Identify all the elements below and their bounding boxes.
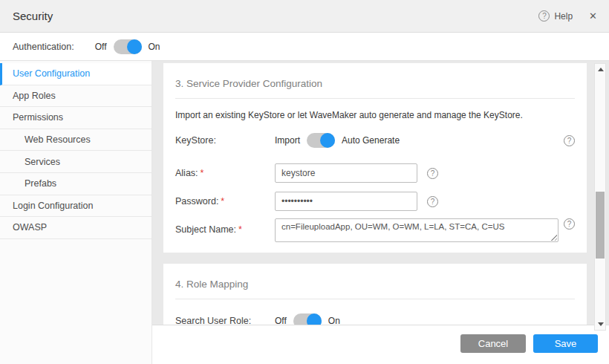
alias-row: Alias:* ?: [175, 163, 575, 183]
alias-help-icon[interactable]: ?: [427, 168, 438, 179]
alias-label: Alias:*: [175, 168, 275, 178]
help-button[interactable]: ? Help: [538, 10, 573, 22]
search-user-role-toggle[interactable]: [293, 313, 322, 325]
sidebar-item-permissions[interactable]: Permissions: [0, 107, 152, 129]
alias-input[interactable]: [275, 163, 417, 183]
keystore-toggle-knob: [320, 133, 335, 148]
search-user-role-row: Search User Role: Off On: [175, 313, 575, 325]
authentication-row: Authentication: Off On: [0, 33, 609, 61]
search-user-role-on-label: On: [328, 316, 340, 325]
keystore-description: Import an existing KeyStore or let WaveM…: [175, 110, 575, 120]
sidebar-item-prefabs[interactable]: Prefabs: [0, 173, 152, 195]
role-mapping-section: 4. Role Mapping Search User Role: Off On: [163, 264, 587, 325]
help-icon: ?: [538, 10, 550, 22]
password-label: Password:*: [175, 196, 275, 207]
close-icon[interactable]: ✕: [589, 10, 597, 22]
action-footer: Cancel Save: [152, 325, 609, 364]
subject-name-help-icon[interactable]: ?: [564, 218, 575, 230]
subject-name-row: Subject Name:* cn=FileuploadApp, OU=WM, …: [175, 218, 575, 242]
section-title: 3. Service Provider Configuration: [175, 74, 575, 99]
required-asterisk: *: [238, 224, 242, 235]
service-provider-configuration-section: 3. Service Provider Configuration Import…: [163, 63, 587, 253]
subject-name-textarea[interactable]: cn=FileuploadApp, OU=WM, O=WM, L=LA, ST=…: [275, 218, 558, 242]
authentication-label: Authentication:: [13, 42, 74, 52]
password-input[interactable]: [275, 192, 417, 211]
section-title: 4. Role Mapping: [175, 274, 575, 299]
search-user-role-label: Search User Role:: [175, 316, 275, 325]
authentication-on-label: On: [149, 42, 160, 52]
security-dialog: Security ? Help ✕ Authentication: Off On…: [0, 0, 609, 364]
vertical-scrollbar[interactable]: [594, 63, 606, 331]
scrollbar-down-icon[interactable]: [598, 322, 604, 326]
save-button[interactable]: Save: [533, 334, 598, 353]
sidebar-item-services[interactable]: Services: [0, 151, 152, 173]
keystore-auto-generate-label: Auto Generate: [342, 135, 400, 146]
subject-name-label: Subject Name:*: [175, 218, 275, 235]
sidebar-item-user-configuration[interactable]: User Configuration: [0, 63, 152, 85]
search-user-role-off-label: Off: [275, 316, 287, 325]
help-label: Help: [554, 11, 573, 22]
keystore-row: KeyStore: Import Auto Generate ?: [175, 133, 575, 148]
keystore-label: KeyStore:: [175, 135, 275, 146]
required-asterisk: *: [201, 168, 204, 178]
keystore-help-icon[interactable]: ?: [564, 135, 575, 146]
sidebar-item-app-roles[interactable]: App Roles: [0, 85, 152, 108]
password-help-icon[interactable]: ?: [427, 196, 438, 207]
keystore-toggle[interactable]: [307, 133, 335, 148]
authentication-toggle[interactable]: [114, 39, 142, 54]
sidebar: User Configuration App Roles Permissions…: [0, 61, 152, 364]
authentication-off-label: Off: [95, 42, 107, 52]
cancel-button[interactable]: Cancel: [460, 334, 526, 353]
sidebar-item-owasp[interactable]: OWASP: [0, 217, 152, 239]
search-user-role-toggle-knob: [307, 313, 322, 325]
authentication-toggle-knob: [127, 39, 142, 54]
titlebar: Security ? Help ✕: [0, 0, 609, 33]
scrollbar-thumb[interactable]: [596, 192, 605, 259]
sidebar-item-web-resources[interactable]: Web Resources: [0, 129, 152, 152]
required-asterisk: *: [221, 196, 224, 207]
sidebar-item-login-configuration[interactable]: Login Configuration: [0, 195, 152, 218]
scrollbar-up-icon[interactable]: [598, 68, 604, 71]
page-title: Security: [13, 10, 53, 22]
password-row: Password:* ?: [175, 192, 575, 211]
keystore-import-label: Import: [275, 135, 300, 146]
main-content: 3. Service Provider Configuration Import…: [152, 61, 609, 364]
